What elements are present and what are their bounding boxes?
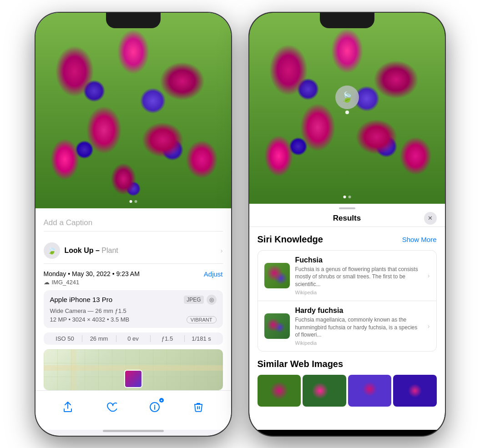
device-name-row: Apple iPhone 13 Pro JPEG ◎: [50, 295, 217, 305]
format-badge: JPEG: [184, 296, 203, 304]
hardy-thumbnail: [264, 313, 290, 339]
hardy-desc: Fuchsia magellanica, commonly known as t…: [295, 316, 422, 339]
leaf-icon-2: 🍃: [341, 91, 353, 103]
mp-text: 12 MP • 3024 × 4032 • 3.5 MB: [50, 316, 130, 323]
map-road-v: [71, 349, 76, 390]
fuchsia-desc: Fuchsia is a genus of flowering plants t…: [295, 266, 422, 288]
phone2-screen: 🍃 Results ✕ Siri Knowledge Show More: [249, 13, 445, 436]
sheet-title: Results: [333, 214, 361, 223]
adjust-button[interactable]: Adjust: [204, 270, 223, 278]
fuchsia-chevron-icon: ›: [428, 272, 430, 279]
exif-shutter: 1/181 s: [185, 335, 218, 342]
dot-2: [134, 200, 137, 203]
home-indicator: [103, 430, 164, 432]
web-images-header: Similar Web Images: [258, 359, 437, 369]
device-name: Apple iPhone 13 Pro: [50, 296, 113, 303]
web-image-2[interactable]: [303, 375, 346, 407]
hardy-source: Wikipedia: [295, 340, 422, 346]
web-image-4[interactable]: [393, 375, 437, 407]
show-more-button[interactable]: Show More: [402, 236, 437, 243]
fuchsia-name: Fuchsia: [295, 256, 422, 264]
hardy-chevron-icon: ›: [428, 322, 430, 330]
visual-lookup-dot: [345, 111, 349, 114]
web-images-grid: [258, 375, 437, 407]
exif-aperture: ƒ1.5: [151, 335, 185, 342]
heart-button[interactable]: [101, 397, 121, 417]
lookup-label: Look Up – Plant: [65, 247, 118, 255]
exif-focal: 26 mm: [82, 335, 116, 342]
photo-area[interactable]: [35, 13, 231, 208]
visual-lookup-button[interactable]: 🍃: [335, 86, 359, 109]
map-photo-thumb: [124, 370, 142, 388]
knowledge-item-hardy[interactable]: Hardy fuchsia Fuchsia magellanica, commo…: [258, 301, 436, 351]
sheet-content: Siri Knowledge Show More Fuchsia Fuchsia…: [249, 227, 445, 430]
home-indicator-2: [317, 430, 378, 432]
exif-ev: 0 ev: [116, 335, 151, 342]
visual-lookup-icon: 🍃: [44, 242, 60, 259]
meta-row: Monday • May 30, 2022 • 9:23 AM ☁ IMG_42…: [44, 270, 223, 286]
location-icon: ◎: [207, 295, 217, 305]
trash-button[interactable]: [188, 397, 208, 417]
fuchsia-source: Wikipedia: [295, 290, 422, 295]
photo-page-indicator: [129, 200, 137, 203]
dot2-2: [348, 196, 351, 198]
fuchsia-thumbnail: [264, 263, 290, 288]
phone1-screen: Add a Caption 🍃 Look Up – Plant › Monday…: [35, 13, 231, 436]
cloud-icon: ☁: [44, 279, 50, 286]
fuchsia-text: Fuchsia Fuchsia is a genus of flowering …: [295, 256, 422, 295]
web-images-section: Similar Web Images: [258, 359, 437, 407]
share-button[interactable]: [58, 397, 78, 417]
web-images-title: Similar Web Images: [258, 359, 344, 369]
exif-row: ISO 50 26 mm 0 ev ƒ1.5 1/181 s: [44, 332, 223, 345]
info-button[interactable]: ✦: [145, 397, 165, 417]
dot2-1: [343, 196, 346, 198]
flower-photo: [35, 13, 231, 208]
map-area[interactable]: [44, 349, 223, 390]
filename-row: ☁ IMG_4241: [44, 279, 140, 286]
exif-iso: ISO 50: [48, 335, 82, 342]
date-text: Monday • May 30, 2022 • 9:23 AM: [44, 270, 140, 277]
date-info: Monday • May 30, 2022 • 9:23 AM ☁ IMG_42…: [44, 270, 140, 286]
results-sheet: Results ✕ Siri Knowledge Show More Fuchs…: [249, 204, 445, 430]
hardy-text: Hardy fuchsia Fuchsia magellanica, commo…: [295, 307, 422, 346]
vibrant-badge: VIBRANT: [187, 316, 217, 323]
mp-row: 12 MP • 3024 × 4032 • 3.5 MB VIBRANT: [50, 316, 217, 323]
knowledge-card: Fuchsia Fuchsia is a genus of flowering …: [258, 250, 437, 352]
device-badges: JPEG ◎: [184, 295, 216, 305]
sheet-header: Results ✕: [249, 209, 445, 227]
filename-text: IMG_4241: [52, 279, 80, 286]
siri-knowledge-title: Siri Knowledge: [258, 234, 323, 245]
knowledge-item-fuchsia[interactable]: Fuchsia Fuchsia is a genus of flowering …: [258, 251, 436, 301]
bottom-toolbar: ✦: [35, 390, 231, 430]
info-panel: Add a Caption 🍃 Look Up – Plant › Monday…: [35, 208, 231, 390]
leaf-icon: 🍃: [47, 246, 56, 255]
phone-1: Add a Caption 🍃 Look Up – Plant › Monday…: [35, 13, 231, 436]
info-badge: ✦: [158, 397, 165, 403]
svg-text:✦: ✦: [160, 399, 163, 402]
phone-2: 🍃 Results ✕ Siri Knowledge Show More: [249, 13, 445, 436]
hardy-name: Hardy fuchsia: [295, 307, 422, 315]
siri-knowledge-header: Siri Knowledge Show More: [258, 234, 437, 245]
photo2-area: 🍃: [249, 13, 445, 204]
device-card: Apple iPhone 13 Pro JPEG ◎ Wide Camera —…: [44, 290, 223, 328]
dot-1: [129, 200, 132, 203]
photo2-page-indicator: [343, 196, 351, 198]
camera-detail: Wide Camera — 26 mm ƒ1.5: [50, 307, 217, 314]
sheet-close-button[interactable]: ✕: [424, 212, 437, 225]
web-image-1[interactable]: [258, 375, 301, 407]
lookup-chevron-icon: ›: [221, 247, 223, 254]
caption-input[interactable]: Add a Caption: [44, 215, 223, 232]
web-image-3[interactable]: [348, 375, 392, 407]
lookup-row[interactable]: 🍃 Look Up – Plant ›: [44, 238, 223, 264]
